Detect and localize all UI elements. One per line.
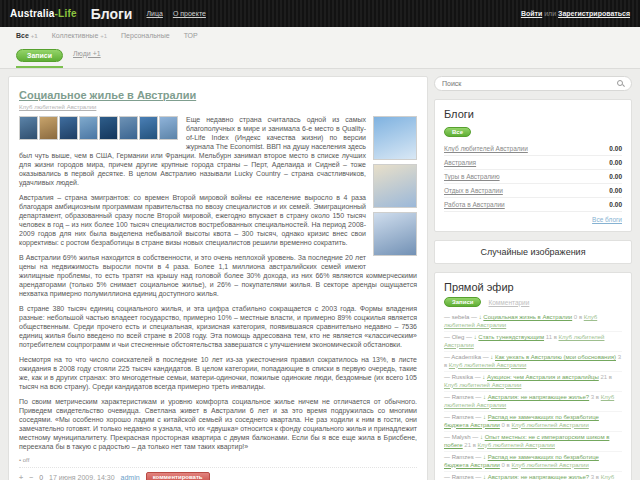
blog-list-row: Туры в Австралию 0.00 — [444, 170, 622, 184]
vote-score: 0 — [39, 474, 43, 480]
live-row-user[interactable]: — Ramzes — — [444, 394, 481, 400]
live-row-title-link[interactable]: Как уехать в Австралию (мои обоснования) — [495, 354, 616, 360]
blog-link[interactable]: Клуб любителей Австралии — [444, 145, 528, 152]
photo-thumbnail[interactable] — [59, 116, 78, 140]
blog-rating: 0.00 — [609, 159, 622, 166]
photo-thumbnail[interactable] — [19, 116, 38, 140]
author-link[interactable]: admin — [121, 474, 140, 480]
live-feed-row: — Malysh — ↓ Опыт местных: не с императо… — [444, 432, 622, 452]
photo-thumbnail[interactable] — [79, 116, 98, 140]
article-paragraph: В стране 380 тысяч единиц социального жи… — [19, 304, 417, 349]
blog-rating: 0.00 — [609, 173, 622, 180]
topic-arrow-icon: ↓ — [474, 334, 477, 340]
topic-arrow-icon: ↓ — [479, 314, 482, 320]
blog-link[interactable]: Работа в Австралии — [444, 201, 505, 208]
blogs-filter-all-button[interactable]: Все — [444, 127, 471, 137]
live-row-user[interactable]: — Malysh — — [444, 434, 478, 440]
topic-arrow-icon: ↓ — [482, 374, 485, 380]
live-row-blog-link[interactable]: Клуб любителей Австралии — [444, 382, 521, 388]
article-title-link[interactable]: Социальное жилье в Австралии — [19, 89, 196, 101]
live-row-title-link[interactable]: Австралия: не напрягающее жилье? — [488, 394, 589, 400]
live-row-user[interactable]: — Ramzes — — [444, 474, 481, 480]
photo-thumbnail[interactable] — [373, 164, 417, 208]
all-blogs-link[interactable]: Все блоги — [592, 216, 622, 223]
blogs-widget-footer: Все блоги — [444, 212, 622, 223]
search-input[interactable] — [442, 80, 617, 87]
photo-thumbnail[interactable] — [119, 116, 138, 140]
live-row-user[interactable]: — Academika — — [444, 354, 489, 360]
live-row-blog-link[interactable]: Клуб любителей Австралии — [478, 442, 555, 448]
live-row-comment-count: 21 — [600, 374, 607, 380]
live-row-user[interactable]: — sebela — — [444, 314, 477, 320]
live-row-in: в — [444, 362, 447, 368]
live-row-blog-link[interactable]: Клуб любителей Австралии — [511, 462, 588, 468]
live-row-user[interactable]: — Oleg — — [444, 334, 472, 340]
live-row-user[interactable]: — Ramzes — — [444, 454, 481, 460]
article-social-housing: Социальное жилье в Австралии Клуб любите… — [8, 76, 428, 480]
live-tab-comments[interactable]: Комментарии — [488, 299, 529, 306]
site-logo[interactable]: Australia-Life — [10, 8, 77, 19]
live-row-user[interactable]: — Russika — — [444, 374, 481, 380]
random-images-widget: Случайные изображения — [434, 240, 632, 264]
tab-active[interactable]: Все +1 — [16, 32, 38, 39]
tab-item[interactable]: Коллективные +1 — [52, 32, 107, 39]
live-feed-row: — Ramzes — ↓ Распад не замечающих по без… — [444, 412, 622, 432]
vote-down-icon[interactable]: − — [29, 474, 33, 480]
live-feed-row: — Russika — ↓ Аукцион: чем Австралия и а… — [444, 372, 622, 392]
comments-button[interactable]: комментировать — [146, 472, 210, 480]
search-icon[interactable] — [617, 80, 624, 87]
photo-thumbnail[interactable] — [373, 212, 417, 256]
live-row-blog-link[interactable]: Клуб любителей Австралии — [511, 422, 588, 428]
article-blog-link[interactable]: Клуб любителей Австралии — [19, 104, 417, 110]
tab-item[interactable]: Персональные — [121, 32, 170, 39]
blog-rating: 0.00 — [609, 145, 622, 152]
live-feed-row: — Ramzes — ↓ Распад не замечающих по без… — [444, 452, 622, 472]
live-row-in: в — [579, 314, 582, 320]
header-nav-link[interactable]: Лица — [146, 10, 162, 17]
photo-thumbnail[interactable] — [159, 116, 178, 140]
live-row-in: в — [507, 462, 510, 468]
sub-nav: Записи Люди +1 — [16, 44, 624, 68]
tab-item[interactable]: ТОР — [184, 32, 198, 39]
live-row-comment-count: 3 — [591, 474, 594, 480]
blog-link[interactable]: Австралия — [444, 159, 476, 166]
logo-text-accent: -Life — [55, 8, 77, 19]
auth-separator: или — [544, 10, 556, 17]
login-link[interactable]: Войти — [521, 10, 542, 17]
register-link[interactable]: Зарегистрироваться — [558, 10, 630, 17]
photo-thumbnail[interactable] — [373, 116, 417, 160]
blog-rating: 0.00 — [609, 201, 622, 208]
live-row-user[interactable]: — Ramzes — — [444, 414, 481, 420]
live-row-title-link[interactable]: Стать тунеядствующим — [478, 334, 544, 340]
live-feed-row: — Ramzes — ↓ Австралия: не напрягающее ж… — [444, 392, 622, 412]
blog-list-row: Отдых в Австралии 0.00 — [444, 184, 622, 198]
live-row-title-link[interactable]: Австралия: не напрягающее жилье? — [488, 474, 589, 480]
posts-filter-button[interactable]: Записи — [16, 49, 63, 62]
blog-rating: 0.00 — [609, 187, 622, 194]
blog-list-row: Клуб любителей Австралии 0.00 — [444, 142, 622, 156]
people-filter-link[interactable]: Люди +1 — [73, 50, 101, 63]
header-nav-link[interactable]: О проекте — [173, 10, 206, 17]
top-header: Australia-Life Блоги ЛицаО проекте Войти… — [0, 0, 640, 27]
live-feed-tabs: Записи Комментарии — [444, 297, 622, 307]
live-feed-row: — sebela — ↓ Социальная жизнь в Австрали… — [444, 312, 622, 332]
main-column: Социальное жилье в Австралии Клуб любите… — [8, 76, 428, 480]
live-row-title-link[interactable]: Социальная жизнь в Австралии — [483, 314, 572, 320]
blog-link[interactable]: Отдых в Австралии — [444, 187, 503, 194]
live-row-in: в — [473, 442, 476, 448]
page-title: Блоги — [91, 6, 133, 22]
live-row-blog-link[interactable]: Клуб любителей Австралии — [449, 362, 526, 368]
live-row-title-link[interactable]: Аукцион: чем Австралия и австралийцы — [487, 374, 599, 380]
blog-link[interactable]: Туры в Австралию — [444, 173, 500, 180]
topic-arrow-icon: ↓ — [480, 434, 483, 440]
article-date: 17 июня 2009, 14:30 — [49, 474, 114, 480]
photo-thumbnail[interactable] — [99, 116, 118, 140]
photo-thumbnail[interactable] — [39, 116, 58, 140]
vote-up-icon[interactable]: + — [19, 474, 23, 480]
blogs-widget-title: Блоги — [444, 108, 622, 120]
live-row-in: в — [507, 422, 510, 428]
topic-arrow-icon: ↓ — [483, 414, 486, 420]
photo-thumbnail[interactable] — [139, 116, 158, 140]
live-row-in: в — [596, 474, 599, 480]
live-tab-posts[interactable]: Записи — [444, 297, 481, 307]
